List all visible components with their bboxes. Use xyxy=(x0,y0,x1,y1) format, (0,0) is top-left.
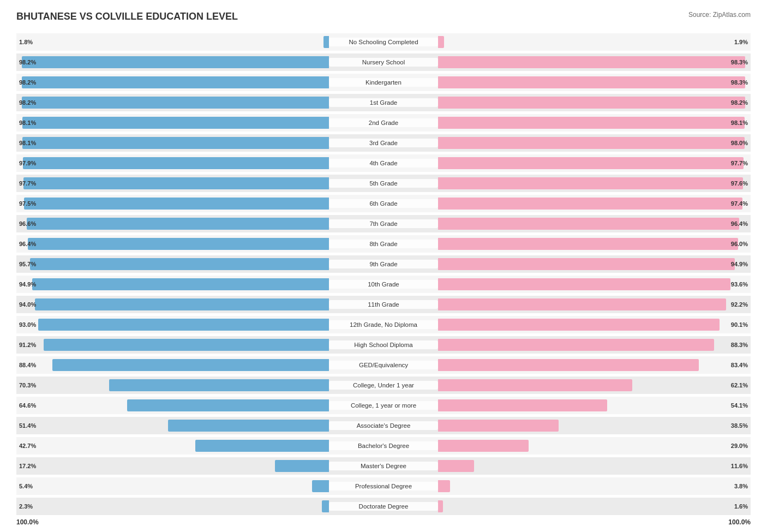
table-row: 97.7%5th Grade97.6% xyxy=(16,175,751,192)
left-value: 1.8% xyxy=(19,39,33,45)
right-value: 97.7% xyxy=(731,160,748,166)
left-section: 97.7% xyxy=(16,175,329,192)
bar-label: High School Diploma xyxy=(329,340,438,349)
table-row: 94.0%11th Grade92.2% xyxy=(16,296,751,313)
left-section: 96.6% xyxy=(16,215,329,232)
left-section: 42.7% xyxy=(16,437,329,455)
blue-bar xyxy=(27,218,329,230)
left-value: 98.1% xyxy=(19,140,36,146)
bar-label: Doctorate Degree xyxy=(329,502,438,511)
table-row: 94.9%10th Grade93.6% xyxy=(16,276,751,293)
bar-label: No Schooling Completed xyxy=(329,38,438,46)
left-section: 95.7% xyxy=(16,255,329,273)
right-value: 94.9% xyxy=(731,261,748,267)
table-row: 96.4%8th Grade96.0% xyxy=(16,235,751,253)
left-value: 94.0% xyxy=(19,301,36,308)
right-value: 38.5% xyxy=(731,422,748,429)
right-section: 98.3% xyxy=(438,74,751,91)
left-value: 98.2% xyxy=(19,59,36,65)
right-section: 94.9% xyxy=(438,255,751,273)
left-value: 64.6% xyxy=(19,402,36,409)
right-value: 83.4% xyxy=(731,362,748,368)
table-row: 98.2%Nursery School98.3% xyxy=(16,53,751,71)
right-value: 93.6% xyxy=(731,281,748,288)
pink-bar xyxy=(438,319,720,331)
table-row: 97.9%4th Grade97.7% xyxy=(16,154,751,172)
blue-bar xyxy=(109,379,329,391)
blue-bar xyxy=(127,399,329,411)
bar-label: GED/Equivalency xyxy=(329,361,438,369)
blue-bar xyxy=(22,117,329,129)
blue-bar xyxy=(22,97,329,109)
pink-bar xyxy=(438,117,745,129)
table-row: 1.8%No Schooling Completed1.9% xyxy=(16,33,751,51)
left-section: 51.4% xyxy=(16,417,329,434)
pink-bar xyxy=(438,36,444,48)
bar-label: 4th Grade xyxy=(329,159,438,168)
bar-label: College, 1 year or more xyxy=(329,401,438,410)
blue-bar xyxy=(30,258,329,270)
right-section: 90.1% xyxy=(438,316,751,333)
right-value: 54.1% xyxy=(731,402,748,409)
right-value: 98.3% xyxy=(731,59,748,65)
pink-bar xyxy=(438,76,745,88)
right-section: 88.3% xyxy=(438,336,751,354)
pink-bar xyxy=(438,56,745,68)
pink-bar xyxy=(438,298,726,310)
right-section: 98.3% xyxy=(438,53,751,71)
left-value: 97.5% xyxy=(19,200,36,207)
pink-bar xyxy=(438,198,742,210)
bar-label: 8th Grade xyxy=(329,240,438,248)
pink-bar xyxy=(438,339,714,351)
bar-label: Nursery School xyxy=(329,58,438,67)
pink-bar xyxy=(438,399,607,411)
bottom-left-label: 100.0% xyxy=(16,518,39,526)
table-row: 97.5%6th Grade97.4% xyxy=(16,195,751,212)
bar-label: 7th Grade xyxy=(329,219,438,228)
left-section: 94.0% xyxy=(16,296,329,313)
table-row: 42.7%Bachelor's Degree29.0% xyxy=(16,437,751,455)
right-value: 98.3% xyxy=(731,79,748,86)
chart-title: BHUTANESE VS COLVILLE EDUCATION LEVEL xyxy=(16,11,238,22)
left-value: 97.9% xyxy=(19,160,36,166)
bars-wrapper: 1.8%No Schooling Completed1.9%98.2%Nurse… xyxy=(16,33,751,516)
pink-bar xyxy=(438,420,559,432)
left-section: 64.6% xyxy=(16,397,329,414)
pink-bar xyxy=(438,460,474,472)
blue-bar xyxy=(322,500,329,512)
right-section: 97.6% xyxy=(438,175,751,192)
pink-bar xyxy=(438,177,743,189)
left-section: 88.4% xyxy=(16,356,329,374)
right-value: 11.6% xyxy=(731,463,748,469)
bar-label: 6th Grade xyxy=(329,199,438,208)
left-value: 93.0% xyxy=(19,321,36,328)
left-value: 70.3% xyxy=(19,382,36,388)
right-value: 1.9% xyxy=(734,39,748,45)
left-value: 96.4% xyxy=(19,241,36,247)
blue-bar xyxy=(35,298,329,310)
left-section: 98.2% xyxy=(16,94,329,111)
chart-area: 1.8%No Schooling Completed1.9%98.2%Nurse… xyxy=(16,33,751,526)
pink-bar xyxy=(438,359,699,371)
blue-bar xyxy=(275,460,329,472)
right-section: 97.4% xyxy=(438,195,751,212)
table-row: 17.2%Master's Degree11.6% xyxy=(16,457,751,475)
table-row: 96.6%7th Grade96.4% xyxy=(16,215,751,232)
blue-bar xyxy=(312,480,329,492)
table-row: 64.6%College, 1 year or more54.1% xyxy=(16,397,751,414)
right-section: 93.6% xyxy=(438,276,751,293)
right-section: 1.9% xyxy=(438,33,751,51)
right-value: 90.1% xyxy=(731,321,748,328)
left-value: 5.4% xyxy=(19,483,33,489)
pink-bar xyxy=(438,500,443,512)
left-section: 94.9% xyxy=(16,276,329,293)
pink-bar xyxy=(438,440,529,452)
left-value: 98.2% xyxy=(19,79,36,86)
right-section: 96.0% xyxy=(438,235,751,253)
right-value: 92.2% xyxy=(731,301,748,308)
pink-bar xyxy=(438,258,735,270)
bar-label: 12th Grade, No Diploma xyxy=(329,320,438,329)
bar-label: Professional Degree xyxy=(329,482,438,491)
right-value: 96.0% xyxy=(731,241,748,247)
blue-bar xyxy=(38,319,329,331)
